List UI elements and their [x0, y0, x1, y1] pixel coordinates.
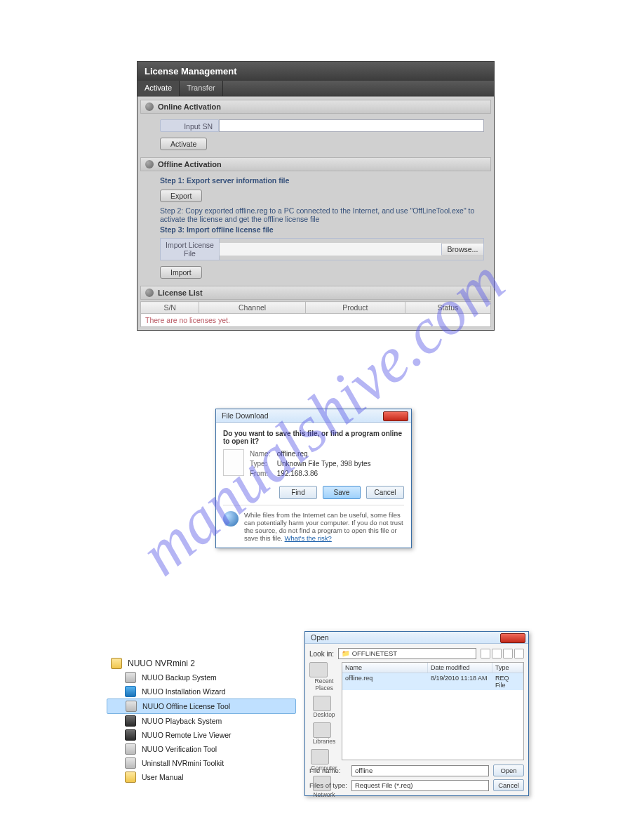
col-product[interactable]: Product — [305, 302, 405, 314]
col-channel[interactable]: Channel — [199, 302, 305, 314]
import-label: Import License File — [161, 239, 220, 260]
section-label: License List — [158, 289, 203, 297]
menu-item-backup[interactable]: NUUO Backup System — [107, 670, 296, 684]
col-name[interactable]: Name — [342, 663, 428, 673]
menu-label: NUUO Backup System — [142, 673, 217, 682]
menu-label: NUUO Offline License Tool — [142, 702, 230, 710]
risk-link[interactable]: What's the risk? — [285, 534, 332, 542]
menu-label: User Manual — [142, 773, 184, 781]
app-icon — [125, 729, 136, 741]
license-table: S/N Channel Product Status — [140, 301, 491, 314]
panel-title: License Management — [137, 62, 494, 81]
menu-item-install-wizard[interactable]: NUUO Installation Wizard — [107, 684, 296, 699]
chevron-icon — [145, 160, 154, 168]
computer-icon[interactable] — [311, 749, 329, 764]
menu-item-playback[interactable]: NUUO Playback System — [107, 714, 296, 728]
filter-dropdown[interactable]: Request File (*.req) — [351, 780, 489, 791]
folder-icon — [111, 658, 122, 669]
start-menu-list: NUUO NVRmini 2 NUUO Backup System NUUO I… — [107, 656, 296, 784]
browse-button[interactable]: Browse... — [441, 244, 483, 255]
chevron-icon — [145, 289, 154, 297]
save-button[interactable]: Save — [323, 486, 361, 499]
file-row[interactable]: offline.req 8/19/2010 11:18 AM REQ File — [342, 673, 523, 690]
file-download-dialog: File Download Do you want to save this f… — [215, 409, 412, 548]
section-offline-activation[interactable]: Offline Activation — [140, 157, 491, 171]
shield-icon — [223, 511, 239, 527]
menu-label: NUUO NVRmini 2 — [128, 658, 195, 668]
sn-input[interactable] — [219, 119, 484, 132]
recent-places-icon[interactable] — [309, 662, 328, 677]
step1-text: Step 1: Export server information file — [160, 176, 484, 185]
step2-text: Step 2: Copy exported offline.reg to a P… — [160, 206, 484, 223]
nav-icons — [481, 649, 524, 658]
menu-label: Uninstall NVRmini Toolkit — [142, 759, 224, 767]
cancel-button[interactable]: Cancel — [493, 779, 524, 791]
desktop-icon[interactable] — [313, 696, 331, 711]
empty-license-text: There are no licenses yet. — [140, 314, 491, 327]
app-icon — [125, 757, 136, 769]
find-button[interactable]: Find — [279, 486, 317, 499]
close-icon[interactable] — [383, 411, 408, 421]
app-icon — [126, 701, 137, 712]
app-icon — [125, 672, 136, 683]
dialog-title-text: File Download — [222, 411, 269, 420]
filter-label: Files of type: — [309, 781, 347, 789]
warning-text: While files from the Internet can be use… — [244, 511, 404, 542]
places-bar: Recent Places Desktop Libraries Computer… — [309, 662, 339, 760]
open-dialog-title: Open — [305, 632, 528, 644]
menu-label: NUUO Installation Wizard — [142, 687, 226, 696]
menu-label: NUUO Verification Tool — [142, 745, 217, 753]
folder-icon — [125, 772, 136, 783]
menu-label: NUUO Playback System — [142, 717, 222, 725]
cancel-button[interactable]: Cancel — [366, 486, 404, 499]
libraries-icon[interactable] — [313, 722, 331, 738]
open-dialog: Open Look in: 📁 OFFLINETEST Recent Place… — [304, 631, 529, 796]
col-status[interactable]: Status — [405, 302, 490, 314]
dialog-title: File Download — [216, 409, 411, 423]
download-question: Do you want to save this file, or find a… — [223, 430, 404, 445]
col-sn[interactable]: S/N — [141, 302, 199, 314]
menu-item-verification[interactable]: NUUO Verification Tool — [107, 742, 296, 756]
menu-item-remote-viewer[interactable]: NUUO Remote Live Viewer — [107, 728, 296, 742]
dialog-title-text: Open — [311, 633, 329, 642]
tab-activate[interactable]: Activate — [137, 81, 180, 96]
section-label: Online Activation — [158, 102, 221, 111]
app-icon — [125, 743, 136, 755]
menu-label: NUUO Remote Live Viewer — [142, 731, 232, 739]
col-type[interactable]: Type — [492, 663, 523, 673]
section-online-activation[interactable]: Online Activation — [140, 100, 491, 114]
export-button[interactable]: Export — [160, 190, 202, 202]
section-label: Offline Activation — [158, 160, 222, 168]
menu-item-user-manual[interactable]: User Manual — [107, 770, 296, 784]
lookin-label: Look in: — [309, 650, 334, 658]
filename-input[interactable]: offline — [351, 765, 489, 776]
import-button[interactable]: Import — [160, 266, 202, 279]
open-button[interactable]: Open — [493, 764, 524, 776]
license-management-panel: License Management Activate Transfer Onl… — [137, 61, 495, 331]
tab-transfer[interactable]: Transfer — [180, 81, 223, 96]
tab-bar: Activate Transfer — [137, 81, 494, 96]
menu-root[interactable]: NUUO NVRmini 2 — [107, 656, 296, 670]
filename-label: File name: — [309, 767, 347, 774]
back-icon[interactable] — [481, 649, 490, 658]
activate-button[interactable]: Activate — [160, 138, 207, 150]
lookin-dropdown[interactable]: 📁 OFFLINETEST — [338, 648, 476, 659]
sn-label: Input SN — [160, 119, 219, 132]
file-list[interactable]: Name Date modified Type offline.req 8/19… — [342, 662, 524, 760]
col-date[interactable]: Date modified — [428, 663, 492, 673]
app-icon — [125, 715, 136, 727]
close-icon[interactable] — [500, 633, 525, 643]
section-license-list[interactable]: License List — [140, 286, 491, 300]
newfolder-icon[interactable] — [503, 649, 513, 658]
file-meta: Name: offline.req Type: Unknown File Typ… — [250, 449, 371, 479]
app-icon — [125, 686, 136, 697]
menu-item-uninstall[interactable]: Uninstall NVRmini Toolkit — [107, 756, 296, 770]
step3-text: Step 3: Import offline license file — [160, 225, 484, 234]
chevron-icon — [145, 102, 154, 111]
up-icon[interactable] — [492, 649, 502, 658]
import-path-input[interactable] — [220, 243, 441, 256]
file-icon — [223, 449, 244, 476]
views-icon[interactable] — [514, 649, 524, 658]
menu-item-offline-license[interactable]: NUUO Offline License Tool — [107, 699, 296, 714]
